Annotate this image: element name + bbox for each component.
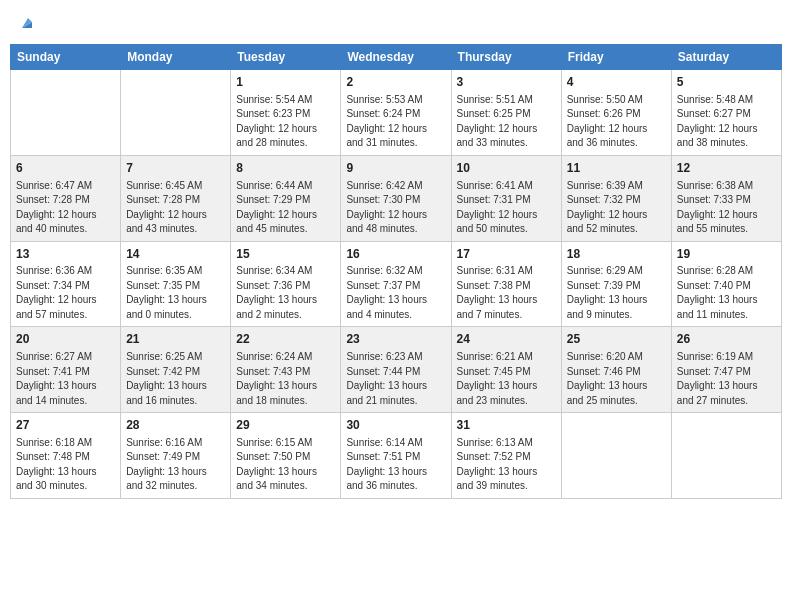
calendar-cell: 7Sunrise: 6:45 AMSunset: 7:28 PMDaylight… xyxy=(121,155,231,241)
day-info: Sunrise: 6:13 AMSunset: 7:52 PMDaylight:… xyxy=(457,436,556,494)
day-number: 18 xyxy=(567,246,666,263)
day-number: 20 xyxy=(16,331,115,348)
calendar-week-row: 27Sunrise: 6:18 AMSunset: 7:48 PMDayligh… xyxy=(11,413,782,499)
day-header-saturday: Saturday xyxy=(671,45,781,70)
calendar-cell: 27Sunrise: 6:18 AMSunset: 7:48 PMDayligh… xyxy=(11,413,121,499)
day-info: Sunrise: 6:28 AMSunset: 7:40 PMDaylight:… xyxy=(677,264,776,322)
calendar-cell: 6Sunrise: 6:47 AMSunset: 7:28 PMDaylight… xyxy=(11,155,121,241)
day-info: Sunrise: 5:51 AMSunset: 6:25 PMDaylight:… xyxy=(457,93,556,151)
day-header-tuesday: Tuesday xyxy=(231,45,341,70)
day-number: 15 xyxy=(236,246,335,263)
day-number: 31 xyxy=(457,417,556,434)
calendar-cell: 28Sunrise: 6:16 AMSunset: 7:49 PMDayligh… xyxy=(121,413,231,499)
day-info: Sunrise: 6:45 AMSunset: 7:28 PMDaylight:… xyxy=(126,179,225,237)
day-number: 22 xyxy=(236,331,335,348)
day-info: Sunrise: 6:31 AMSunset: 7:38 PMDaylight:… xyxy=(457,264,556,322)
calendar-cell: 24Sunrise: 6:21 AMSunset: 7:45 PMDayligh… xyxy=(451,327,561,413)
day-number: 29 xyxy=(236,417,335,434)
day-number: 19 xyxy=(677,246,776,263)
calendar-cell: 19Sunrise: 6:28 AMSunset: 7:40 PMDayligh… xyxy=(671,241,781,327)
day-info: Sunrise: 6:47 AMSunset: 7:28 PMDaylight:… xyxy=(16,179,115,237)
day-info: Sunrise: 6:15 AMSunset: 7:50 PMDaylight:… xyxy=(236,436,335,494)
day-number: 9 xyxy=(346,160,445,177)
calendar-cell: 9Sunrise: 6:42 AMSunset: 7:30 PMDaylight… xyxy=(341,155,451,241)
logo-icon xyxy=(18,14,36,32)
day-info: Sunrise: 6:29 AMSunset: 7:39 PMDaylight:… xyxy=(567,264,666,322)
calendar-cell: 20Sunrise: 6:27 AMSunset: 7:41 PMDayligh… xyxy=(11,327,121,413)
calendar-cell: 14Sunrise: 6:35 AMSunset: 7:35 PMDayligh… xyxy=(121,241,231,327)
calendar-cell xyxy=(561,413,671,499)
calendar-cell: 2Sunrise: 5:53 AMSunset: 6:24 PMDaylight… xyxy=(341,70,451,156)
day-info: Sunrise: 6:18 AMSunset: 7:48 PMDaylight:… xyxy=(16,436,115,494)
day-info: Sunrise: 5:48 AMSunset: 6:27 PMDaylight:… xyxy=(677,93,776,151)
calendar-cell: 30Sunrise: 6:14 AMSunset: 7:51 PMDayligh… xyxy=(341,413,451,499)
day-number: 10 xyxy=(457,160,556,177)
day-number: 27 xyxy=(16,417,115,434)
day-number: 3 xyxy=(457,74,556,91)
day-number: 13 xyxy=(16,246,115,263)
calendar-cell: 25Sunrise: 6:20 AMSunset: 7:46 PMDayligh… xyxy=(561,327,671,413)
calendar-cell: 5Sunrise: 5:48 AMSunset: 6:27 PMDaylight… xyxy=(671,70,781,156)
calendar-cell: 13Sunrise: 6:36 AMSunset: 7:34 PMDayligh… xyxy=(11,241,121,327)
day-header-friday: Friday xyxy=(561,45,671,70)
day-info: Sunrise: 6:20 AMSunset: 7:46 PMDaylight:… xyxy=(567,350,666,408)
calendar-week-row: 20Sunrise: 6:27 AMSunset: 7:41 PMDayligh… xyxy=(11,327,782,413)
calendar-cell: 26Sunrise: 6:19 AMSunset: 7:47 PMDayligh… xyxy=(671,327,781,413)
calendar-cell xyxy=(11,70,121,156)
day-header-thursday: Thursday xyxy=(451,45,561,70)
day-info: Sunrise: 6:38 AMSunset: 7:33 PMDaylight:… xyxy=(677,179,776,237)
day-number: 21 xyxy=(126,331,225,348)
calendar-cell: 8Sunrise: 6:44 AMSunset: 7:29 PMDaylight… xyxy=(231,155,341,241)
day-number: 16 xyxy=(346,246,445,263)
calendar-table: SundayMondayTuesdayWednesdayThursdayFrid… xyxy=(10,44,782,499)
day-number: 2 xyxy=(346,74,445,91)
calendar-cell: 29Sunrise: 6:15 AMSunset: 7:50 PMDayligh… xyxy=(231,413,341,499)
day-header-monday: Monday xyxy=(121,45,231,70)
day-number: 17 xyxy=(457,246,556,263)
calendar-week-row: 6Sunrise: 6:47 AMSunset: 7:28 PMDaylight… xyxy=(11,155,782,241)
day-info: Sunrise: 6:41 AMSunset: 7:31 PMDaylight:… xyxy=(457,179,556,237)
day-info: Sunrise: 5:50 AMSunset: 6:26 PMDaylight:… xyxy=(567,93,666,151)
calendar-cell: 22Sunrise: 6:24 AMSunset: 7:43 PMDayligh… xyxy=(231,327,341,413)
day-number: 5 xyxy=(677,74,776,91)
day-number: 4 xyxy=(567,74,666,91)
calendar-cell xyxy=(671,413,781,499)
day-info: Sunrise: 5:54 AMSunset: 6:23 PMDaylight:… xyxy=(236,93,335,151)
day-number: 1 xyxy=(236,74,335,91)
day-header-wednesday: Wednesday xyxy=(341,45,451,70)
calendar-cell: 21Sunrise: 6:25 AMSunset: 7:42 PMDayligh… xyxy=(121,327,231,413)
calendar-cell: 15Sunrise: 6:34 AMSunset: 7:36 PMDayligh… xyxy=(231,241,341,327)
day-number: 8 xyxy=(236,160,335,177)
day-number: 30 xyxy=(346,417,445,434)
day-info: Sunrise: 6:25 AMSunset: 7:42 PMDaylight:… xyxy=(126,350,225,408)
day-number: 26 xyxy=(677,331,776,348)
calendar-cell: 12Sunrise: 6:38 AMSunset: 7:33 PMDayligh… xyxy=(671,155,781,241)
day-info: Sunrise: 6:35 AMSunset: 7:35 PMDaylight:… xyxy=(126,264,225,322)
day-info: Sunrise: 6:16 AMSunset: 7:49 PMDaylight:… xyxy=(126,436,225,494)
calendar-cell: 3Sunrise: 5:51 AMSunset: 6:25 PMDaylight… xyxy=(451,70,561,156)
day-info: Sunrise: 6:32 AMSunset: 7:37 PMDaylight:… xyxy=(346,264,445,322)
calendar-cell: 16Sunrise: 6:32 AMSunset: 7:37 PMDayligh… xyxy=(341,241,451,327)
day-number: 24 xyxy=(457,331,556,348)
header xyxy=(10,10,782,36)
calendar-cell: 31Sunrise: 6:13 AMSunset: 7:52 PMDayligh… xyxy=(451,413,561,499)
calendar-cell: 11Sunrise: 6:39 AMSunset: 7:32 PMDayligh… xyxy=(561,155,671,241)
day-info: Sunrise: 6:21 AMSunset: 7:45 PMDaylight:… xyxy=(457,350,556,408)
calendar-cell: 18Sunrise: 6:29 AMSunset: 7:39 PMDayligh… xyxy=(561,241,671,327)
day-info: Sunrise: 6:42 AMSunset: 7:30 PMDaylight:… xyxy=(346,179,445,237)
day-number: 28 xyxy=(126,417,225,434)
calendar-cell: 10Sunrise: 6:41 AMSunset: 7:31 PMDayligh… xyxy=(451,155,561,241)
day-info: Sunrise: 6:36 AMSunset: 7:34 PMDaylight:… xyxy=(16,264,115,322)
day-number: 12 xyxy=(677,160,776,177)
day-info: Sunrise: 6:27 AMSunset: 7:41 PMDaylight:… xyxy=(16,350,115,408)
calendar-cell: 23Sunrise: 6:23 AMSunset: 7:44 PMDayligh… xyxy=(341,327,451,413)
calendar-cell: 4Sunrise: 5:50 AMSunset: 6:26 PMDaylight… xyxy=(561,70,671,156)
day-number: 7 xyxy=(126,160,225,177)
day-number: 23 xyxy=(346,331,445,348)
day-info: Sunrise: 6:34 AMSunset: 7:36 PMDaylight:… xyxy=(236,264,335,322)
day-info: Sunrise: 6:19 AMSunset: 7:47 PMDaylight:… xyxy=(677,350,776,408)
day-number: 11 xyxy=(567,160,666,177)
day-info: Sunrise: 5:53 AMSunset: 6:24 PMDaylight:… xyxy=(346,93,445,151)
calendar-header-row: SundayMondayTuesdayWednesdayThursdayFrid… xyxy=(11,45,782,70)
day-number: 25 xyxy=(567,331,666,348)
